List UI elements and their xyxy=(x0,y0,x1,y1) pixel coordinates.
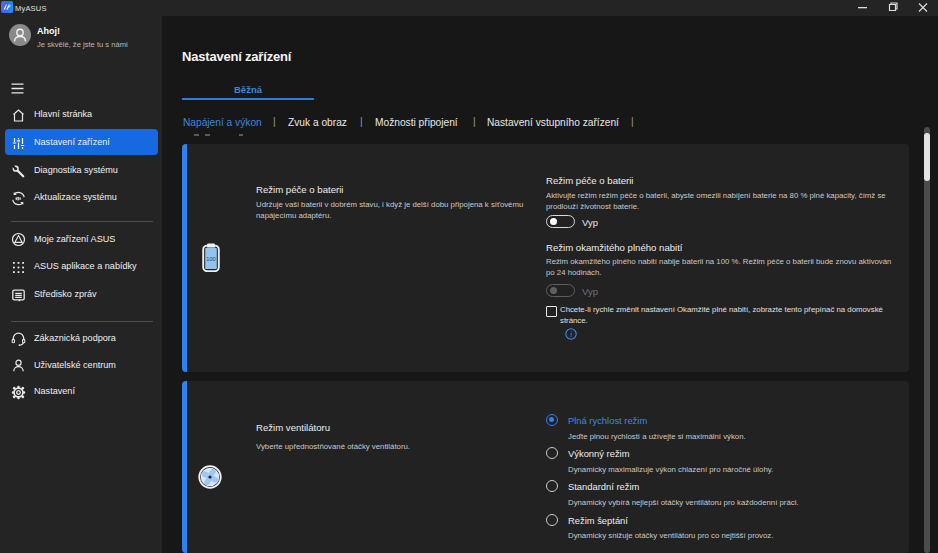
svg-text:100: 100 xyxy=(206,256,216,262)
svg-text:i: i xyxy=(570,330,572,339)
